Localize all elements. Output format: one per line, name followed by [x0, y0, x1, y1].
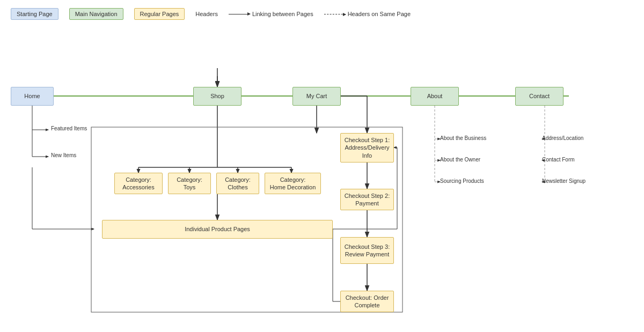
legend-linking: Linking between Pages [229, 11, 313, 17]
label-about-owner: About the Owner [440, 157, 480, 163]
legend-headers-same: Headers on Same Page [324, 11, 411, 17]
node-contact: Contact [515, 87, 564, 106]
node-checkout3: Checkout Step 3: Review Payment [340, 237, 394, 264]
label-about-business: About the Business [440, 135, 486, 141]
legend-starting-page: Starting Page [11, 8, 58, 20]
legend-linking-label: Linking between Pages [252, 11, 313, 17]
node-cat-toys: Category:Toys [168, 173, 211, 194]
label-featured-items: Featured Items [51, 126, 87, 131]
legend-regular-pages: Regular Pages [134, 8, 185, 20]
node-mycart: My Cart [292, 87, 341, 106]
node-shop: Shop [193, 87, 241, 106]
label-new-items: New Items [51, 152, 76, 158]
node-checkout1: Checkout Step 1: Address/Delivery Info [340, 133, 394, 163]
node-checkout4: Checkout: Order Complete [340, 291, 394, 312]
node-checkout2: Checkout Step 2: Payment [340, 189, 394, 210]
legend: Starting Page Main Navigation Regular Pa… [0, 0, 644, 25]
legend-headers-same-label: Headers on Same Page [348, 11, 411, 17]
legend-regular-pages-box: Regular Pages [134, 8, 185, 20]
legend-headers: Headers [195, 11, 218, 17]
legend-headers-label: Headers [195, 11, 218, 17]
node-cat-accessories: Category:Accessories [114, 173, 163, 194]
label-contact-form: Contact Form [542, 157, 575, 163]
node-individual-product: Individual Product Pages [102, 220, 333, 239]
label-address-location: Address/Location [542, 135, 583, 141]
legend-main-nav-box: Main Navigation [69, 8, 123, 20]
label-newsletter-signup: Newsletter Signup [542, 178, 586, 184]
legend-starting-page-box: Starting Page [11, 8, 58, 20]
legend-main-navigation: Main Navigation [69, 8, 123, 20]
label-sourcing-products: Sourcing Products [440, 178, 484, 184]
node-home: Home [11, 87, 54, 106]
node-cat-home: Category:Home Decoration [265, 173, 321, 194]
node-cat-clothes: Category:Clothes [216, 173, 259, 194]
diagram: Home Shop My Cart About Contact Featured… [0, 28, 644, 328]
node-about: About [411, 87, 459, 106]
